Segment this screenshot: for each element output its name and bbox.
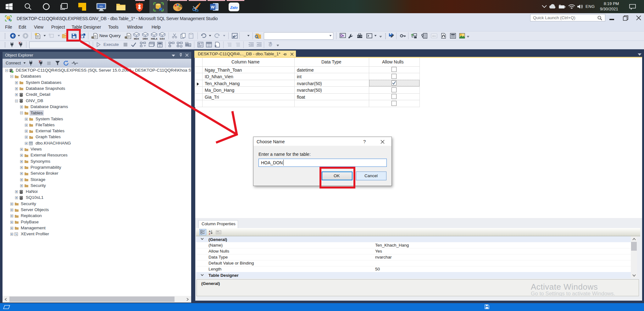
- svg-text:MDX: MDX: [134, 37, 139, 40]
- svg-text:Z: Z: [209, 232, 210, 235]
- svg-text:DMX: DMX: [143, 37, 148, 40]
- svg-text:@: @: [269, 42, 272, 47]
- svg-text:abc: abc: [432, 35, 436, 37]
- svg-text:SQL: SQL: [99, 5, 103, 7]
- svg-text:Zalo: Zalo: [230, 6, 238, 9]
- svg-text:DAX: DAX: [160, 37, 165, 40]
- svg-text:W: W: [211, 5, 215, 9]
- svg-text:XMLA: XMLA: [151, 37, 158, 40]
